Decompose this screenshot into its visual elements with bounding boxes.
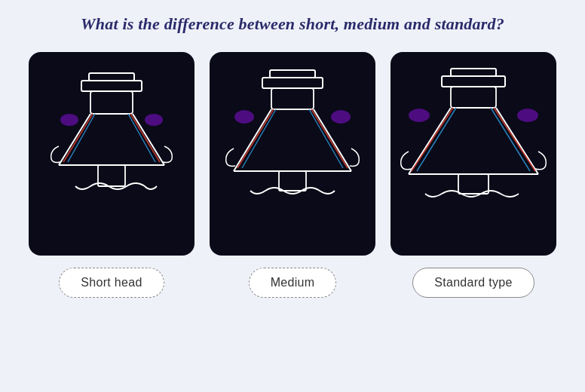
card-standard-type — [391, 52, 556, 256]
svg-rect-23 — [279, 171, 306, 191]
label-medium: Medium — [249, 268, 337, 298]
svg-point-37 — [409, 109, 430, 122]
svg-point-12 — [145, 114, 163, 126]
svg-rect-27 — [442, 76, 505, 87]
svg-point-38 — [517, 109, 538, 122]
cards-row: Short head — [15, 52, 570, 298]
card-col-short: Short head — [29, 52, 194, 298]
card-col-medium: Medium — [210, 52, 375, 298]
page-title: What is the difference between short, me… — [81, 14, 504, 35]
svg-point-24 — [234, 110, 254, 124]
svg-rect-36 — [458, 174, 489, 194]
svg-rect-26 — [451, 69, 496, 76]
card-col-standard: Standard type — [391, 52, 556, 298]
svg-point-25 — [331, 110, 351, 124]
label-standard-type: Standard type — [412, 268, 534, 298]
label-short-head: Short head — [59, 268, 164, 298]
svg-rect-0 — [89, 73, 134, 81]
card-medium — [210, 52, 375, 256]
svg-point-11 — [60, 114, 78, 126]
svg-rect-28 — [451, 87, 496, 108]
svg-rect-15 — [271, 88, 314, 109]
svg-rect-14 — [262, 78, 323, 88]
svg-rect-2 — [90, 91, 133, 114]
card-short-head — [29, 52, 194, 256]
svg-rect-13 — [270, 70, 315, 78]
page-wrapper: What is the difference between short, me… — [0, 0, 585, 392]
svg-rect-1 — [81, 81, 142, 91]
